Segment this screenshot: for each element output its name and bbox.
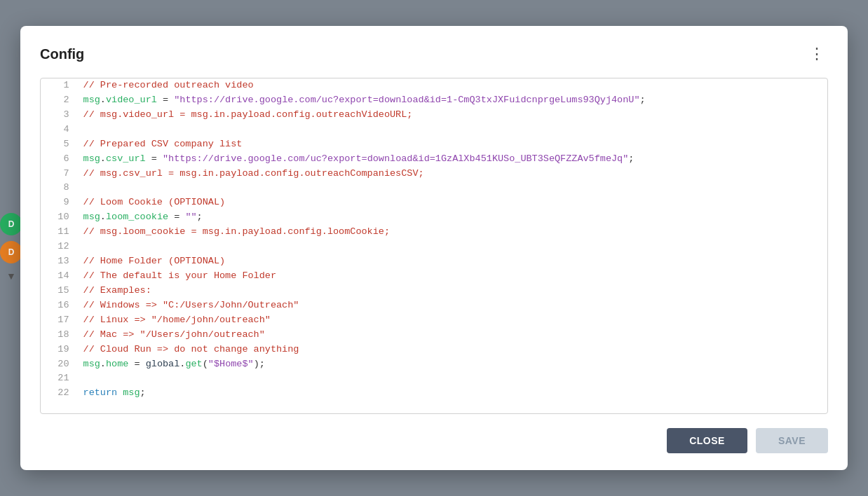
token-comment: // Prepared CSV company list: [83, 139, 243, 149]
token-comment: // Linux => "/home/john/outreach": [83, 315, 271, 325]
token-plain: =: [128, 359, 145, 369]
token-string: "https://drive.google.com/uc?export=down…: [163, 153, 628, 164]
token-prop: csv_url: [106, 153, 146, 164]
table-row: 13// Home Folder (OPTIONAL): [41, 254, 827, 269]
token-comment: // msg.loom_cookie = msg.in.payload.conf…: [83, 226, 390, 237]
line-code: // Windows => "C:/Users/John/Outreach": [78, 298, 827, 313]
table-row: 14// The default is your Home Folder: [41, 269, 827, 284]
line-code: // The default is your Home Folder: [78, 269, 827, 284]
token-var: msg: [123, 387, 140, 398]
line-code: // msg.loom_cookie = msg.in.payload.conf…: [78, 225, 827, 240]
line-code: [78, 240, 827, 254]
line-number: 17: [41, 313, 78, 328]
table-row: 19// Cloud Run => do not change anything: [41, 343, 827, 357]
line-code: // msg.csv_url = msg.in.payload.config.o…: [78, 167, 827, 181]
line-number: 13: [41, 254, 78, 269]
token-comment: // Home Folder (OPTIONAL): [83, 256, 226, 266]
token-keyword: return: [83, 387, 118, 398]
line-code: [78, 181, 827, 195]
line-number: 2: [41, 93, 78, 108]
table-row: 8: [41, 181, 827, 195]
token-comment: // Windows => "C:/Users/John/Outreach": [83, 300, 299, 310]
token-comment: // Loom Cookie (OPTIONAL): [83, 197, 226, 207]
token-comment: // msg.csv_url = msg.in.payload.config.o…: [83, 168, 424, 179]
token-var: msg: [83, 212, 100, 222]
table-row: 5// Prepared CSV company list: [41, 137, 827, 152]
token-global: global: [146, 359, 180, 369]
token-plain: ;: [197, 212, 203, 222]
table-row: 20msg.home = global.get("$Home$");: [41, 357, 827, 372]
token-plain: =: [168, 212, 185, 222]
table-row: 21: [41, 371, 827, 386]
line-number: 11: [41, 225, 78, 240]
line-number: 8: [41, 181, 78, 195]
line-number: 3: [41, 108, 78, 123]
line-code: // msg.video_url = msg.in.payload.config…: [78, 108, 827, 123]
line-code: // Prepared CSV company list: [78, 137, 827, 152]
line-number: 20: [41, 357, 78, 372]
token-plain: .: [100, 359, 106, 369]
line-number: 9: [41, 195, 78, 210]
line-code: // Cloud Run => do not change anything: [78, 343, 827, 357]
table-row: 9// Loom Cookie (OPTIONAL): [41, 195, 827, 210]
token-comment: // msg.video_url = msg.in.payload.config…: [83, 109, 413, 120]
table-row: 11// msg.loom_cookie = msg.in.payload.co…: [41, 225, 827, 240]
token-plain: (: [203, 359, 208, 369]
code-table: 1// Pre-recorded outreach video2msg.vide…: [41, 78, 827, 401]
line-code: // Linux => "/home/john/outreach": [78, 313, 827, 328]
table-row: 10msg.loom_cookie = "";: [41, 210, 827, 225]
token-comment: // Cloud Run => do not change anything: [83, 344, 299, 354]
table-row: 18// Mac => "/Users/john/outreach": [41, 328, 827, 343]
token-prop: loom_cookie: [106, 212, 168, 222]
table-row: 1// Pre-recorded outreach video: [41, 78, 827, 93]
table-row: 16// Windows => "C:/Users/John/Outreach": [41, 298, 827, 313]
token-plain: =: [157, 95, 174, 105]
table-row: 17// Linux => "/home/john/outreach": [41, 313, 827, 328]
token-plain: );: [254, 359, 265, 369]
line-number: 5: [41, 137, 78, 152]
sidebar-left: D D ▼: [0, 205, 22, 291]
table-row: 2msg.video_url = "https://drive.google.c…: [41, 93, 827, 108]
line-code: // Examples:: [78, 284, 827, 298]
code-editor[interactable]: 1// Pre-recorded outreach video2msg.vide…: [40, 78, 828, 414]
token-plain: ;: [628, 153, 634, 164]
token-var: msg: [83, 153, 100, 164]
close-button[interactable]: CLOSE: [667, 428, 747, 453]
table-row: 15// Examples:: [41, 284, 827, 298]
avatar-2[interactable]: D: [0, 241, 22, 263]
avatar-1[interactable]: D: [0, 213, 22, 235]
line-code: [78, 123, 827, 137]
arrow-down-icon[interactable]: ▼: [0, 269, 22, 283]
token-string: "": [185, 212, 196, 222]
line-code: // Pre-recorded outreach video: [78, 78, 827, 93]
token-string: "https://drive.google.com/uc?export=down…: [174, 95, 639, 105]
token-var: msg: [83, 95, 100, 105]
token-comment: // Pre-recorded outreach video: [83, 80, 254, 90]
line-number: 6: [41, 152, 78, 167]
line-number: 21: [41, 371, 78, 386]
line-code: [78, 371, 827, 386]
line-code: msg.loom_cookie = "";: [78, 210, 827, 225]
line-code: // Home Folder (OPTIONAL): [78, 254, 827, 269]
line-code: // Mac => "/Users/john/outreach": [78, 328, 827, 343]
modal-header: Config ⋮: [40, 43, 828, 65]
table-row: 7// msg.csv_url = msg.in.payload.config.…: [41, 167, 827, 181]
line-number: 7: [41, 167, 78, 181]
token-comment: // The default is your Home Folder: [83, 270, 276, 281]
modal-footer: CLOSE SAVE: [40, 428, 828, 453]
token-plain: .: [100, 95, 106, 105]
line-code: msg.home = global.get("$Home$");: [78, 357, 827, 372]
table-row: 3// msg.video_url = msg.in.payload.confi…: [41, 108, 827, 123]
token-prop: home: [106, 359, 128, 369]
line-number: 14: [41, 269, 78, 284]
config-modal: Config ⋮ 1// Pre-recorded outreach video…: [20, 26, 848, 470]
token-plain: =: [146, 153, 163, 164]
line-number: 10: [41, 210, 78, 225]
kebab-menu-button[interactable]: ⋮: [806, 43, 828, 65]
save-button: SAVE: [756, 428, 828, 453]
token-plain: ;: [140, 387, 146, 398]
line-code: msg.video_url = "https://drive.google.co…: [78, 93, 827, 108]
token-comment: // Examples:: [83, 285, 151, 296]
table-row: 4: [41, 123, 827, 137]
line-number: 15: [41, 284, 78, 298]
